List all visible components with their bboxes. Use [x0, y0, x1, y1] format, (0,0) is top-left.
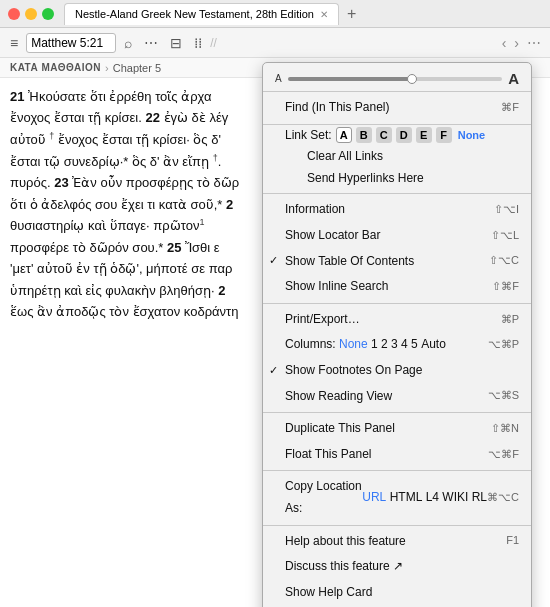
- traffic-lights: [8, 8, 54, 20]
- show-inline-search-item[interactable]: Show Inline Search ⇧⌘F: [263, 274, 531, 300]
- zoom-window-button[interactable]: [42, 8, 54, 20]
- float-shortcut: ⌥⌘F: [488, 445, 519, 465]
- information-label: Information: [285, 199, 345, 221]
- share-icon[interactable]: ⋯: [140, 33, 162, 53]
- link-e-button[interactable]: E: [416, 127, 432, 143]
- breadcrumb-chapter: Chapter 5: [113, 62, 161, 74]
- send-hyperlinks-label: Send Hyperlinks Here: [307, 168, 424, 188]
- tab-title: Nestle-Aland Greek New Testament, 28th E…: [75, 8, 314, 20]
- copy-url[interactable]: URL: [362, 487, 386, 509]
- float-label: Float This Panel: [285, 444, 372, 466]
- info-section: Information ⇧⌥I Show Locator Bar ⇧⌥L Sho…: [263, 194, 531, 303]
- show-locator-label: Show Locator Bar: [285, 225, 380, 247]
- col-1[interactable]: 1: [368, 334, 381, 356]
- columns-icon[interactable]: ⁞⁞: [190, 33, 206, 53]
- link-d-button[interactable]: D: [396, 127, 412, 143]
- col-5[interactable]: 5: [411, 334, 421, 356]
- slider-label-small: A: [275, 73, 282, 84]
- show-inline-label: Show Inline Search: [285, 276, 388, 298]
- duplicate-panel-item[interactable]: Duplicate This Panel ⇧⌘N: [263, 416, 531, 442]
- columns-shortcut: ⌥⌘P: [488, 335, 519, 355]
- copy-location-section: Copy Location As: URL HTML L4 WIKI RL ⌘⌥…: [263, 471, 531, 525]
- show-footnotes-item[interactable]: Show Footnotes On Page: [263, 358, 531, 384]
- print-label: Print/Export…: [285, 309, 360, 331]
- show-footnotes-label: Show Footnotes On Page: [285, 360, 422, 382]
- discuss-feature-label: Discuss this feature ↗: [285, 556, 403, 578]
- col-auto[interactable]: Auto: [421, 334, 446, 356]
- columns-none[interactable]: None: [339, 334, 368, 356]
- print-export-item[interactable]: Print/Export… ⌘P: [263, 307, 531, 333]
- link-b-button[interactable]: B: [356, 127, 372, 143]
- show-inline-shortcut: ⇧⌘F: [492, 277, 519, 297]
- columns-item[interactable]: Columns: None 1 2 3 4 5 Auto ⌥⌘P: [263, 332, 531, 358]
- float-panel-item[interactable]: Float This Panel ⌥⌘F: [263, 442, 531, 468]
- slider-label-large: A: [508, 70, 519, 87]
- view-icon[interactable]: ⊟: [166, 33, 186, 53]
- copy-location-label: Copy Location As:: [285, 476, 362, 519]
- show-reading-shortcut: ⌥⌘S: [488, 386, 519, 406]
- help-section: Help about this feature F1 Discuss this …: [263, 526, 531, 608]
- find-shortcut: ⌘F: [501, 98, 519, 118]
- close-window-button[interactable]: [8, 8, 20, 20]
- breadcrumb-separator: ›: [105, 62, 109, 74]
- discuss-feature-item[interactable]: Discuss this feature ↗: [263, 554, 531, 580]
- copy-html[interactable]: HTML: [390, 487, 423, 509]
- col-4[interactable]: 4: [401, 334, 411, 356]
- link-none-button[interactable]: None: [458, 129, 486, 141]
- toolbar: ≡ Matthew 5:21 ⌕ ⋯ ⊟ ⁞⁞ // ‹ › ⋯: [0, 28, 550, 58]
- title-bar: Nestle-Aland Greek New Testament, 28th E…: [0, 0, 550, 28]
- find-menu-item[interactable]: Find (In This Panel) ⌘F: [263, 95, 531, 121]
- copy-location-item[interactable]: Copy Location As: URL HTML L4 WIKI RL ⌘⌥…: [263, 474, 531, 521]
- minimize-window-button[interactable]: [25, 8, 37, 20]
- search-icon[interactable]: ⌕: [120, 33, 136, 53]
- help-shortcut: F1: [506, 531, 519, 551]
- print-shortcut: ⌘P: [501, 310, 519, 330]
- show-toc-label: Show Table Of Contents: [285, 251, 414, 273]
- copy-rl[interactable]: RL: [472, 487, 487, 509]
- copy-l4[interactable]: L4: [426, 487, 439, 509]
- help-feature-label: Help about this feature: [285, 531, 406, 553]
- nav-back-button[interactable]: ‹: [499, 33, 510, 53]
- linkset-label: Link Set:: [285, 128, 332, 142]
- show-toc-item[interactable]: Show Table Of Contents ⇧⌥C: [263, 249, 531, 275]
- columns-label: Columns:: [285, 334, 339, 356]
- nav-more-button[interactable]: ⋯: [524, 33, 544, 53]
- clear-all-links-item[interactable]: Clear All Links: [285, 145, 519, 167]
- dropdown-menu: A A Find (In This Panel) ⌘F Link Set: A …: [262, 62, 532, 607]
- font-size-slider[interactable]: [288, 77, 502, 81]
- show-help-card-label: Show Help Card: [285, 582, 372, 604]
- link-f-button[interactable]: F: [436, 127, 452, 143]
- find-section: Find (In This Panel) ⌘F: [263, 92, 531, 125]
- location-text: Matthew 5:21: [31, 36, 103, 50]
- nav-forward-button[interactable]: ›: [511, 33, 522, 53]
- clear-all-links-label: Clear All Links: [307, 146, 383, 166]
- print-section: Print/Export… ⌘P Columns: None 1 2 3 4 5…: [263, 304, 531, 413]
- linkset-section: Link Set: A B C D E F None Clear All Lin…: [263, 125, 531, 195]
- panel-section: Duplicate This Panel ⇧⌘N Float This Pane…: [263, 413, 531, 471]
- location-bar[interactable]: Matthew 5:21: [26, 33, 116, 53]
- show-toc-shortcut: ⇧⌥C: [489, 251, 519, 271]
- new-tab-button[interactable]: +: [343, 5, 360, 23]
- copy-shortcut: ⌘⌥C: [487, 488, 519, 508]
- duplicate-shortcut: ⇧⌘N: [491, 419, 519, 439]
- show-locator-bar-item[interactable]: Show Locator Bar ⇧⌥L: [263, 223, 531, 249]
- col-2[interactable]: 2: [381, 334, 391, 356]
- link-a-button[interactable]: A: [336, 127, 352, 143]
- nav-arrows: ‹ › ⋯: [499, 33, 544, 53]
- slider-thumb[interactable]: [407, 74, 417, 84]
- col-3[interactable]: 3: [391, 334, 401, 356]
- send-hyperlinks-item[interactable]: Send Hyperlinks Here: [285, 167, 519, 189]
- show-reading-view-item[interactable]: Show Reading View ⌥⌘S: [263, 384, 531, 410]
- duplicate-label: Duplicate This Panel: [285, 418, 395, 440]
- linkset-row: Link Set: A B C D E F None: [285, 127, 519, 143]
- show-help-card-item[interactable]: Show Help Card: [263, 580, 531, 606]
- menu-icon[interactable]: ≡: [6, 33, 22, 53]
- copy-wiki[interactable]: WIKI: [442, 487, 468, 509]
- link-c-button[interactable]: C: [376, 127, 392, 143]
- help-feature-item[interactable]: Help about this feature F1: [263, 529, 531, 555]
- find-label: Find (In This Panel): [285, 97, 390, 119]
- main-tab[interactable]: Nestle-Aland Greek New Testament, 28th E…: [64, 3, 339, 25]
- show-locator-shortcut: ⇧⌥L: [491, 226, 519, 246]
- tab-close-button[interactable]: ✕: [320, 9, 328, 20]
- information-menu-item[interactable]: Information ⇧⌥I: [263, 197, 531, 223]
